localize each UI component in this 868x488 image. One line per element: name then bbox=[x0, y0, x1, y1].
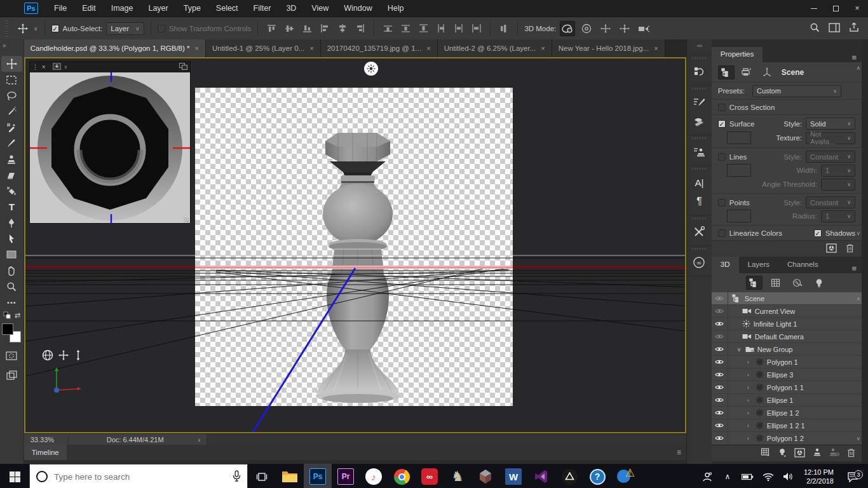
workspace-icon[interactable] bbox=[829, 23, 840, 34]
close-button[interactable]: × bbox=[846, 0, 868, 17]
properties-scroll-up-icon[interactable]: ∧ bbox=[856, 65, 860, 71]
tree-row-ellipse-3[interactable]: ›Ellipse 3 bbox=[712, 369, 862, 381]
status-scroll-area[interactable] bbox=[207, 434, 686, 445]
auto-select-checkbox[interactable]: ✓ bbox=[51, 25, 59, 32]
distribute-vcenter-icon[interactable] bbox=[398, 22, 412, 36]
menu-edit[interactable]: Edit bbox=[75, 1, 103, 15]
eyedropper-tool[interactable] bbox=[0, 119, 24, 135]
distribute-left-icon[interactable] bbox=[434, 22, 448, 36]
zoom-tool[interactable] bbox=[0, 278, 24, 294]
search-icon[interactable] bbox=[810, 22, 820, 34]
chevron-down-icon[interactable]: ∨ bbox=[64, 64, 68, 70]
taskbar-creative-cloud[interactable]: ∞ bbox=[416, 464, 444, 488]
libraries-icon[interactable]: ∞ bbox=[692, 253, 706, 272]
tab-close-icon[interactable]: × bbox=[195, 44, 199, 52]
visibility-eye-icon[interactable] bbox=[712, 432, 728, 444]
dock-grip[interactable] bbox=[692, 217, 706, 219]
brushes-icon[interactable] bbox=[693, 112, 705, 131]
lines-color-swatch[interactable] bbox=[727, 164, 751, 177]
minimize-button[interactable] bbox=[803, 0, 825, 17]
linearize-colors-checkbox[interactable] bbox=[718, 229, 726, 237]
search-input[interactable] bbox=[54, 472, 226, 482]
render-icon[interactable] bbox=[826, 243, 837, 255]
move-tool-icon[interactable] bbox=[16, 22, 30, 36]
clone-stamp-tool[interactable] bbox=[0, 151, 24, 167]
dock-grip[interactable] bbox=[692, 57, 706, 59]
align-bottom-icon[interactable] bbox=[300, 22, 314, 36]
menu-select[interactable]: Select bbox=[209, 1, 245, 15]
lines-checkbox[interactable] bbox=[718, 153, 726, 161]
microphone-icon[interactable] bbox=[233, 470, 241, 484]
distribute-hcenter-icon[interactable] bbox=[452, 22, 466, 36]
tree-row-polygon-1[interactable]: ›Polygon 1 bbox=[712, 356, 862, 369]
dock-grip[interactable] bbox=[692, 88, 706, 90]
clone-source-icon[interactable] bbox=[693, 142, 705, 161]
menu-image[interactable]: Image bbox=[104, 1, 140, 15]
tree-row-ellipse-1[interactable]: ›Ellipse 1 bbox=[712, 394, 862, 407]
volume-icon[interactable] bbox=[780, 472, 797, 481]
status-chevron-icon[interactable]: › bbox=[198, 436, 201, 444]
swap-view-icon[interactable] bbox=[179, 63, 187, 71]
tab-close-icon[interactable]: × bbox=[309, 44, 313, 52]
canvas-viewport[interactable]: ⋮ × ∨ bbox=[24, 57, 686, 433]
expand-chevron-icon[interactable]: › bbox=[747, 435, 752, 442]
share-icon[interactable] bbox=[849, 22, 859, 34]
3d-panel-menu-icon[interactable]: ≡ bbox=[851, 264, 862, 273]
light-dropdown-icon[interactable] bbox=[778, 448, 787, 459]
distribute-spacing-icon[interactable] bbox=[497, 22, 511, 36]
expand-chevron-icon[interactable]: › bbox=[747, 397, 752, 403]
dolly-view-icon[interactable] bbox=[74, 349, 83, 363]
visibility-eye-icon[interactable] bbox=[712, 419, 728, 431]
dock-grip[interactable] bbox=[692, 137, 706, 139]
trash-icon[interactable] bbox=[847, 448, 855, 459]
collapse-chevron-icon[interactable]: ∨ bbox=[737, 346, 742, 353]
render-icon[interactable] bbox=[794, 448, 805, 459]
orbit-globe-icon[interactable] bbox=[42, 349, 53, 363]
tab-channels[interactable]: Channels bbox=[778, 257, 827, 273]
properties-scroll-down-icon[interactable]: ∨ bbox=[856, 230, 860, 236]
axis-gizmo[interactable] bbox=[43, 362, 88, 398]
surface-checkbox[interactable]: ✓ bbox=[718, 120, 726, 128]
tree-row-default-camera[interactable]: Default Camera bbox=[712, 330, 862, 343]
magic-wand-tool[interactable] bbox=[0, 104, 24, 119]
visibility-eye-icon[interactable] bbox=[712, 381, 728, 393]
brush-settings-icon[interactable] bbox=[693, 93, 705, 112]
tab-close-icon[interactable]: × bbox=[426, 44, 430, 52]
start-button[interactable] bbox=[0, 464, 29, 488]
taskbar-help[interactable]: ? bbox=[583, 464, 611, 488]
more-tools-icon[interactable]: ••• bbox=[0, 294, 24, 310]
3d-drag-mode-button[interactable] bbox=[598, 21, 613, 36]
marquee-tool[interactable] bbox=[0, 72, 24, 88]
taskbar-polyhedron-app[interactable] bbox=[471, 464, 499, 488]
tree-row-current-view[interactable]: Current View bbox=[712, 305, 862, 318]
taskbar-unity[interactable] bbox=[555, 464, 583, 488]
taskbar-alert-app[interactable]: ⚠ bbox=[611, 464, 639, 488]
surface-color-swatch[interactable] bbox=[727, 132, 751, 144]
brush-tool[interactable] bbox=[0, 135, 24, 151]
doc-tab-20170420[interactable]: 20170420_135719.jpg @ 1... × bbox=[321, 39, 438, 57]
properties-menu-icon[interactable]: ≡ bbox=[851, 53, 862, 62]
taskbar-file-explorer[interactable] bbox=[276, 464, 304, 488]
expand-chevron-icon[interactable]: › bbox=[747, 423, 752, 429]
filter-materials-icon[interactable] bbox=[789, 276, 806, 290]
tree-scroll-up-icon[interactable]: ∧ bbox=[856, 295, 860, 302]
distribute-top-icon[interactable] bbox=[381, 22, 395, 36]
visibility-eye-icon[interactable] bbox=[712, 407, 728, 419]
shadows-checkbox[interactable]: ✓ bbox=[814, 229, 822, 237]
visibility-eye-icon[interactable] bbox=[712, 330, 728, 342]
trash-icon[interactable] bbox=[846, 243, 854, 255]
people-icon[interactable] bbox=[698, 472, 716, 482]
filter-meshes-icon[interactable] bbox=[768, 276, 784, 290]
timeline-menu-icon[interactable]: ≡ bbox=[677, 448, 681, 457]
align-left-icon[interactable] bbox=[318, 22, 332, 36]
tree-scroll-down-icon[interactable]: ∨ bbox=[856, 435, 860, 442]
visibility-eye-icon[interactable] bbox=[712, 394, 728, 406]
task-view-button[interactable] bbox=[248, 464, 276, 488]
3d-print-icon[interactable] bbox=[738, 65, 755, 79]
taskbar-visual-studio[interactable] bbox=[527, 464, 555, 488]
taskbar-search[interactable] bbox=[29, 464, 248, 488]
restore-button[interactable] bbox=[825, 0, 846, 17]
secondary-view-render[interactable] bbox=[30, 72, 190, 224]
shape-tool[interactable] bbox=[0, 247, 24, 262]
filter-lights-icon[interactable] bbox=[811, 276, 827, 290]
